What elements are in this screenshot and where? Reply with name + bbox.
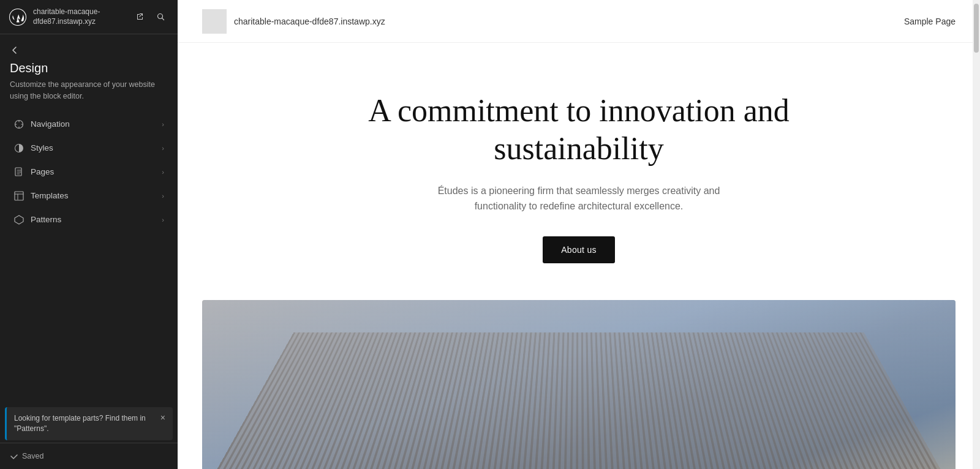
templates-icon	[13, 190, 24, 201]
site-name-label: charitable-macaque- dfde87.instawp.xyz	[33, 7, 125, 26]
preview-container: charitable-macaque-dfde87.instawp.xyz Sa…	[178, 0, 980, 469]
sidebar: charitable-macaque- dfde87.instawp.xyz D…	[0, 0, 178, 469]
styles-chevron: ›	[162, 144, 164, 152]
building-image	[202, 300, 956, 469]
pages-label: Pages	[31, 167, 162, 176]
navigation-label: Navigation	[31, 119, 162, 129]
sidebar-item-templates[interactable]: Templates ›	[4, 184, 174, 208]
site-logo-area: charitable-macaque-dfde87.instawp.xyz	[202, 9, 385, 34]
design-title: Design	[10, 61, 168, 75]
search-button[interactable]	[152, 9, 169, 26]
external-link-button[interactable]	[131, 9, 148, 26]
hero-title: A commitment to innovation and sustainab…	[364, 92, 793, 168]
preview-scrollbar[interactable]	[973, 0, 980, 469]
navigation-chevron: ›	[162, 121, 164, 128]
sidebar-item-navigation[interactable]: Navigation ›	[4, 113, 174, 136]
navigation-icon	[13, 119, 24, 130]
patterns-label: Patterns	[31, 215, 162, 224]
site-logo	[202, 9, 227, 34]
site-url-label: charitable-macaque-dfde87.instawp.xyz	[234, 17, 385, 26]
templates-label: Templates	[31, 191, 162, 200]
top-bar: charitable-macaque- dfde87.instawp.xyz	[0, 0, 178, 34]
wordpress-logo[interactable]	[9, 8, 27, 26]
notification-close-button[interactable]: ×	[160, 413, 165, 422]
saved-checkmark-icon	[10, 452, 18, 460]
back-icon	[10, 45, 20, 55]
design-description: Customize the appearance of your website…	[10, 79, 168, 102]
patterns-chevron: ›	[162, 216, 164, 223]
nav-items-list: Navigation › Styles › Pages ›	[0, 107, 178, 403]
styles-icon	[13, 143, 24, 154]
notification-banner: Looking for template parts? Find them in…	[5, 407, 173, 440]
design-header: Design Customize the appearance of your …	[0, 34, 178, 107]
sidebar-item-styles[interactable]: Styles ›	[4, 137, 174, 160]
sidebar-item-patterns[interactable]: Patterns ›	[4, 208, 174, 231]
sidebar-item-pages[interactable]: Pages ›	[4, 160, 174, 184]
site-nav-links: Sample Page	[904, 17, 956, 26]
hero-section: A commitment to innovation and sustainab…	[178, 43, 980, 300]
site-header: charitable-macaque-dfde87.instawp.xyz Sa…	[178, 0, 980, 43]
templates-chevron: ›	[162, 192, 164, 200]
about-us-button[interactable]: About us	[543, 236, 615, 263]
top-icons-group	[131, 9, 169, 26]
hero-subtitle: Études is a pioneering firm that seamles…	[420, 183, 738, 214]
saved-bar: Saved	[0, 443, 178, 469]
scrollbar-thumb[interactable]	[974, 4, 979, 53]
notification-text: Looking for template parts? Find them in…	[14, 413, 156, 434]
saved-label: Saved	[22, 452, 43, 460]
sample-page-link[interactable]: Sample Page	[904, 17, 956, 26]
pages-chevron: ›	[162, 168, 164, 176]
back-button[interactable]	[10, 45, 168, 55]
styles-label: Styles	[31, 143, 162, 152]
svg-rect-4	[15, 192, 23, 200]
pages-icon	[13, 167, 24, 178]
patterns-icon	[13, 214, 24, 225]
